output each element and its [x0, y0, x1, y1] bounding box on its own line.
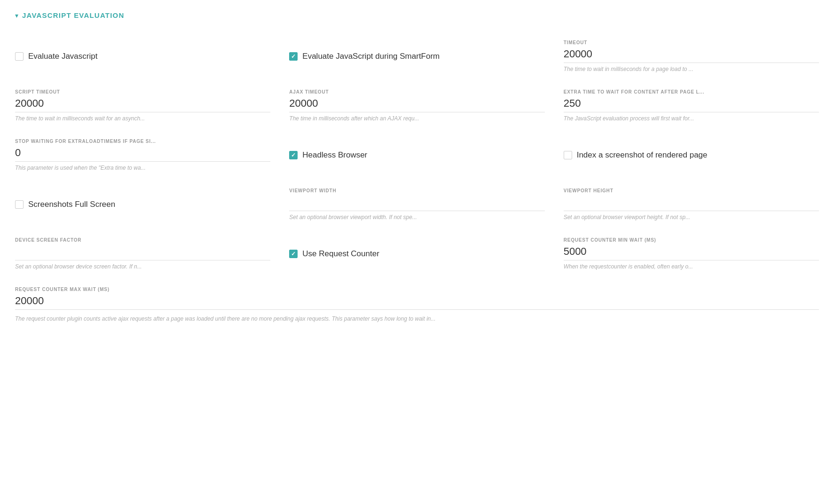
request-counter-min-hint: When the requestcounter is enabled, ofte… [564, 263, 819, 270]
viewport-width-label: VIEWPORT WIDTH [289, 188, 544, 193]
screenshots-fullscreen-label: Screenshots Full Screen [28, 200, 115, 209]
viewport-height-value[interactable] [564, 196, 819, 211]
index-screenshot-label: Index a screenshot of rendered page [577, 150, 708, 160]
chevron-icon[interactable]: ▾ [15, 12, 18, 19]
ajax-timeout-label: AJAX TIMEOUT [289, 89, 544, 94]
ajax-timeout-hint: The time in milliseconds after which an … [289, 115, 544, 122]
use-request-counter-checkbox[interactable] [289, 250, 298, 258]
index-screenshot-field: Index a screenshot of rendered page [564, 131, 819, 181]
device-screen-label: DEVICE SCREEN FACTOR [15, 237, 270, 243]
row-3: STOP WAITING FOR EXTRALOADTIMEMS IF PAGE… [15, 131, 819, 181]
stop-waiting-value[interactable]: 0 [15, 147, 270, 162]
extra-time-hint: The JavaScript evaluation process will f… [564, 115, 819, 122]
headless-browser-label: Headless Browser [302, 150, 367, 160]
request-counter-max-hint: The request counter plugin counts active… [15, 313, 819, 322]
headless-browser-field: Headless Browser [289, 131, 544, 181]
script-timeout-hint: The time to wait in milliseconds wait fo… [15, 115, 270, 122]
request-counter-min-field: REQUEST COUNTER MIN WAIT (MS) 5000 When … [564, 230, 819, 279]
stop-waiting-field: STOP WAITING FOR EXTRALOADTIMEMS IF PAGE… [15, 131, 270, 181]
index-screenshot-checkbox[interactable] [564, 151, 572, 159]
section-header: ▾ JAVASCRIPT EVALUATION [15, 11, 819, 19]
evaluate-javascript-label: Evaluate Javascript [28, 52, 97, 61]
viewport-width-value[interactable] [289, 196, 544, 211]
request-counter-min-label: REQUEST COUNTER MIN WAIT (MS) [564, 237, 819, 243]
device-screen-hint: Set an optional browser device screen fa… [15, 263, 270, 270]
section-title: JAVASCRIPT EVALUATION [22, 11, 124, 19]
viewport-height-label: VIEWPORT HEIGHT [564, 188, 819, 193]
viewport-width-field: VIEWPORT WIDTH Set an optional browser v… [289, 181, 544, 230]
use-request-counter-field: Use Request Counter [289, 230, 544, 279]
evaluate-smartform-checkbox[interactable] [289, 52, 298, 61]
ajax-timeout-value[interactable]: 20000 [289, 97, 544, 112]
viewport-width-hint: Set an optional browser viewport width. … [289, 214, 544, 220]
timeout-value[interactable]: 20000 [564, 48, 819, 63]
timeout-field: TIMEOUT 20000 The time to wait in millis… [564, 32, 819, 82]
device-screen-value[interactable] [15, 245, 270, 260]
viewport-height-hint: Set an optional browser viewport height.… [564, 214, 819, 220]
evaluate-javascript-field: Evaluate Javascript [15, 32, 270, 82]
row-1: Evaluate Javascript Evaluate JavaScript … [15, 32, 819, 82]
request-counter-max-label: REQUEST COUNTER MAX WAIT (MS) [15, 287, 819, 292]
row-6: REQUEST COUNTER MAX WAIT (MS) 20000 The … [15, 279, 819, 331]
device-screen-field: DEVICE SCREEN FACTOR Set an optional bro… [15, 230, 270, 279]
evaluate-smartform-field: Evaluate JavaScript during SmartForm [289, 32, 544, 82]
extra-time-value[interactable]: 250 [564, 97, 819, 112]
ajax-timeout-field: AJAX TIMEOUT 20000 The time in milliseco… [289, 82, 544, 131]
evaluate-javascript-checkbox[interactable] [15, 52, 24, 61]
request-counter-max-value[interactable]: 20000 [15, 295, 819, 310]
screenshots-fullscreen-field: Screenshots Full Screen [15, 181, 270, 230]
row-5: DEVICE SCREEN FACTOR Set an optional bro… [15, 230, 819, 279]
evaluate-smartform-label: Evaluate JavaScript during SmartForm [302, 52, 440, 61]
row-2: SCRIPT TIMEOUT 20000 The time to wait in… [15, 82, 819, 131]
screenshots-fullscreen-checkbox[interactable] [15, 200, 24, 209]
script-timeout-label: SCRIPT TIMEOUT [15, 89, 270, 94]
script-timeout-value[interactable]: 20000 [15, 97, 270, 112]
request-counter-min-value[interactable]: 5000 [564, 245, 819, 260]
timeout-hint: The time to wait in milliseconds for a p… [564, 66, 819, 72]
script-timeout-field: SCRIPT TIMEOUT 20000 The time to wait in… [15, 82, 270, 131]
timeout-label: TIMEOUT [564, 40, 819, 45]
viewport-height-field: VIEWPORT HEIGHT Set an optional browser … [564, 181, 819, 230]
extra-time-label: EXTRA TIME TO WAIT FOR CONTENT AFTER PAG… [564, 89, 819, 94]
request-counter-max-field: REQUEST COUNTER MAX WAIT (MS) 20000 The … [15, 279, 819, 331]
extra-time-field: EXTRA TIME TO WAIT FOR CONTENT AFTER PAG… [564, 82, 819, 131]
use-request-counter-label: Use Request Counter [302, 249, 379, 259]
row-4: Screenshots Full Screen VIEWPORT WIDTH S… [15, 181, 819, 230]
stop-waiting-label: STOP WAITING FOR EXTRALOADTIMEMS IF PAGE… [15, 139, 270, 144]
stop-waiting-hint: This parameter is used when the "Extra t… [15, 165, 270, 171]
headless-browser-checkbox[interactable] [289, 151, 298, 159]
